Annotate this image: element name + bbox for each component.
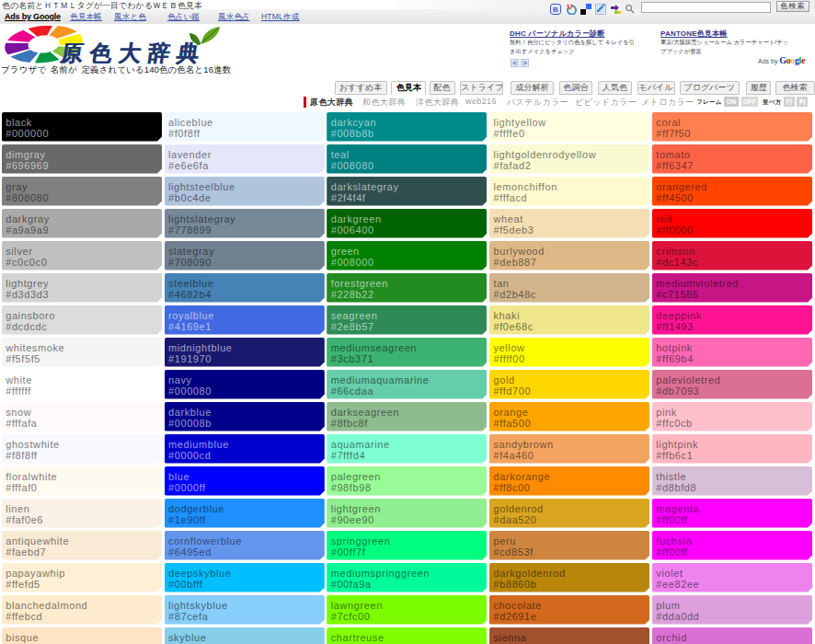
svg-text:B: B	[553, 6, 558, 14]
